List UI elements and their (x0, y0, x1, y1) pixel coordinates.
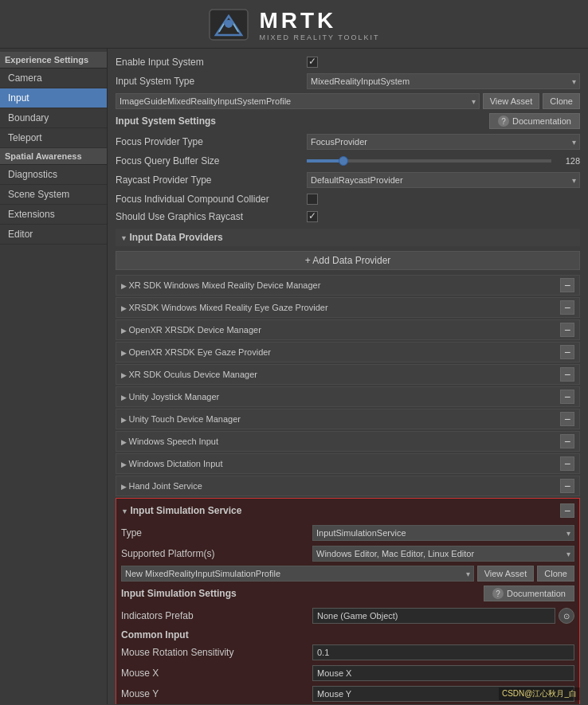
input-data-providers-header[interactable]: Input Data Providers (116, 229, 580, 246)
input-system-settings-label: Input System Settings (116, 116, 307, 127)
provider-item-7[interactable]: Windows Speech Input − (116, 431, 580, 452)
simulation-clone-button[interactable]: Clone (537, 566, 574, 582)
mrtk-logo (208, 6, 249, 43)
add-data-provider-button[interactable]: + Add Data Provider (116, 251, 580, 270)
indicators-prefab-label: Indicators Prefab (121, 610, 312, 621)
should-use-graphics-raycast-value (307, 211, 580, 222)
slider-thumb (339, 156, 348, 166)
input-system-settings-row: Input System Settings Documentation (116, 111, 580, 131)
profile-dropdown-wrapper: ImageGuideMixedRealityInputSystemProfile (116, 93, 480, 109)
provider-item-2[interactable]: OpenXR XRSDK Device Manager − (116, 319, 580, 340)
input-system-type-value: MixedRealityInputSystem (307, 73, 580, 89)
simulation-profile-dropdown[interactable]: New MixedRealityInputSimulationProfile (121, 566, 474, 582)
sidebar-item-teleport[interactable]: Teleport (0, 128, 107, 148)
input-system-settings-value: Documentation (307, 113, 580, 129)
sidebar-item-camera[interactable]: Camera (0, 69, 107, 88)
provider-item-6[interactable]: Unity Touch Device Manager − (116, 409, 580, 429)
mouse-y-label: Mouse Y (121, 688, 312, 699)
provider-minus-3[interactable]: − (560, 345, 574, 359)
mouse-rotation-sensitivity-value (312, 644, 574, 660)
sidebar-section-experience: Experience Settings (0, 52, 107, 69)
provider-item-5[interactable]: Unity Joystick Manager − (116, 386, 580, 407)
enable-input-system-checkbox[interactable] (307, 57, 318, 68)
provider-minus-2[interactable]: − (560, 323, 574, 337)
simulation-type-dropdown[interactable]: InputSimulationService (312, 525, 574, 541)
raycast-provider-type-dropdown[interactable]: DefaultRaycastProvider (307, 172, 580, 188)
simulation-view-asset-button[interactable]: View Asset (477, 566, 535, 582)
focus-query-buffer-size-value: 128 (307, 156, 580, 166)
profile-dropdown[interactable]: ImageGuideMixedRealityInputSystemProfile (116, 93, 480, 109)
should-use-graphics-raycast-label: Should Use Graphics Raycast (116, 211, 307, 222)
sidebar-item-boundary[interactable]: Boundary (0, 108, 107, 128)
app-subtitle: MIXED REALITY TOOLKIT (259, 33, 379, 41)
indicators-prefab-value: None (Game Object) ⊙ (312, 608, 574, 624)
provider-item-0[interactable]: XR SDK Windows Mixed Reality Device Mana… (116, 275, 580, 296)
focus-query-buffer-size-slider[interactable] (307, 159, 551, 163)
content-area: Enable Input System Input System Type Mi… (108, 49, 588, 704)
provider-item-label-0: XR SDK Windows Mixed Reality Device Mana… (121, 280, 560, 290)
focus-provider-type-dropdown[interactable]: FocusProvider (307, 134, 580, 150)
common-input-header: Common Input (121, 626, 574, 642)
provider-minus-7[interactable]: − (560, 434, 574, 448)
input-system-type-dropdown[interactable]: MixedRealityInputSystem (307, 73, 580, 89)
provider-item-4[interactable]: XR SDK Oculus Device Manager − (116, 364, 580, 385)
input-simulation-settings-label: Input Simulation Settings (121, 588, 484, 599)
slider-container: 128 (307, 156, 580, 166)
provider-minus-9[interactable]: − (560, 479, 574, 493)
provider-item-label-9: Hand Joint Service (121, 481, 560, 491)
indicators-prefab-row: Indicators Prefab None (Game Object) ⊙ (121, 605, 574, 626)
provider-minus-0[interactable]: − (560, 278, 574, 292)
svg-point-2 (225, 20, 233, 28)
simulation-section: Input Simulation Service − Type InputSim… (116, 498, 580, 704)
view-asset-button[interactable]: View Asset (483, 93, 540, 109)
should-use-graphics-raycast-row: Should Use Graphics Raycast (116, 208, 580, 225)
focus-provider-type-value: FocusProvider (307, 134, 580, 150)
mouse-x-input[interactable] (312, 665, 574, 681)
sidebar-item-editor[interactable]: Editor (0, 225, 107, 245)
documentation-button[interactable]: Documentation (489, 113, 580, 129)
clone-button[interactable]: Clone (543, 93, 580, 109)
input-simulation-settings-row: Input Simulation Settings Documentation (121, 583, 574, 604)
indicators-prefab-circle-button[interactable]: ⊙ (559, 608, 574, 624)
input-system-type-row: Input System Type MixedRealityInputSyste… (116, 71, 580, 92)
simulation-type-dropdown-wrapper: InputSimulationService (312, 525, 574, 541)
sidebar-item-diagnostics[interactable]: Diagnostics (0, 165, 107, 185)
simulation-documentation-button[interactable]: Documentation (484, 586, 574, 601)
sidebar-item-input[interactable]: Input (0, 88, 107, 108)
provider-item-label-7: Windows Speech Input (121, 437, 560, 446)
supported-platforms-dropdown-wrapper: Windows Editor, Mac Editor, Linux Editor (312, 546, 574, 562)
profile-row: ImageGuideMixedRealityInputSystemProfile… (116, 93, 580, 109)
focus-individual-compound-collider-label: Focus Individual Compound Collider (116, 194, 307, 205)
provider-item-label-5: Unity Joystick Manager (121, 392, 560, 401)
focus-individual-compound-collider-checkbox[interactable] (307, 194, 318, 205)
supported-platforms-dropdown[interactable]: Windows Editor, Mac Editor, Linux Editor (312, 546, 574, 562)
sidebar-section-spatial: Spatial Awareness (0, 148, 107, 165)
focus-query-buffer-size-label: Focus Query Buffer Size (116, 155, 307, 166)
provider-minus-1[interactable]: − (560, 300, 574, 315)
provider-item-3[interactable]: OpenXR XRSDK Eye Gaze Provider − (116, 342, 580, 362)
supported-platforms-row: Supported Platform(s) Windows Editor, Ma… (121, 543, 574, 564)
provider-minus-4[interactable]: − (560, 367, 574, 382)
provider-item-1[interactable]: XRSDK Windows Mixed Reality Eye Gaze Pro… (116, 297, 580, 318)
provider-item-8[interactable]: Windows Dictation Input − (116, 453, 580, 474)
supported-platforms-label: Supported Platform(s) (121, 548, 312, 559)
input-system-type-label: Input System Type (116, 76, 307, 87)
mouse-x-row: Mouse X (121, 663, 574, 683)
raycast-provider-type-label: Raycast Provider Type (116, 174, 307, 186)
main-layout: Experience Settings Camera Input Boundar… (0, 49, 588, 704)
provider-minus-6[interactable]: − (560, 412, 574, 426)
provider-minus-8[interactable]: − (560, 456, 574, 471)
input-system-type-dropdown-wrapper: MixedRealityInputSystem (307, 73, 580, 89)
simulation-section-title: Input Simulation Service (121, 505, 560, 516)
provider-minus-5[interactable]: − (560, 390, 574, 404)
should-use-graphics-raycast-checkbox[interactable] (307, 211, 318, 222)
supported-platforms-value: Windows Editor, Mac Editor, Linux Editor (312, 546, 574, 562)
simulation-section-minus[interactable]: − (560, 503, 574, 518)
mouse-rotation-sensitivity-input[interactable] (312, 644, 574, 660)
raycast-provider-type-row: Raycast Provider Type DefaultRaycastProv… (116, 170, 580, 190)
provider-item-9[interactable]: Hand Joint Service − (116, 476, 580, 496)
sidebar-item-scene-system[interactable]: Scene System (0, 185, 107, 205)
simulation-section-header: Input Simulation Service − (121, 502, 574, 519)
sidebar-item-extensions[interactable]: Extensions (0, 205, 107, 225)
watermark: CSDN@江心秋月_白 (499, 687, 580, 700)
